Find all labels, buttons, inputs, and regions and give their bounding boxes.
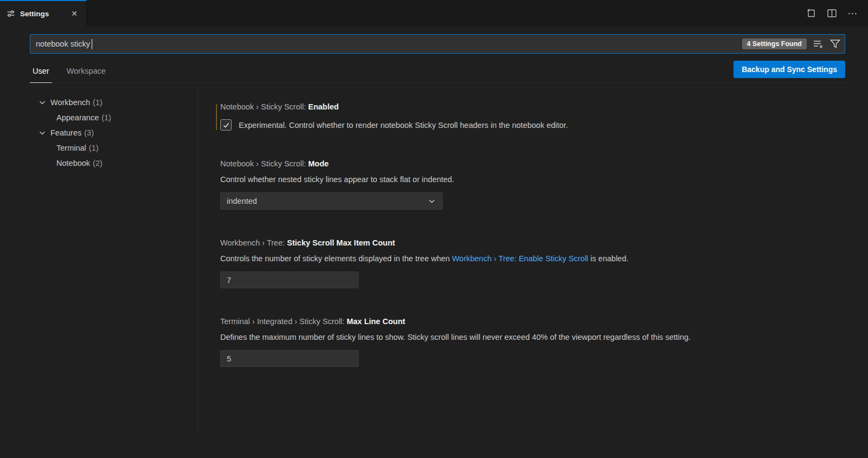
close-tab-icon[interactable]: ✕ (69, 8, 80, 19)
setting-title: Workbench › Tree: Sticky Scroll Max Item… (220, 238, 846, 247)
backup-and-sync-settings-button[interactable]: Backup and Sync Settings (733, 61, 845, 78)
setting-name: Max Line Count (347, 317, 405, 326)
settings-list: Notebook › Sticky Scroll: Enabled Experi… (198, 83, 868, 431)
setting-name: Mode (308, 159, 329, 168)
setting-category: Notebook › Sticky Scroll: (220, 159, 306, 168)
setting-title: Notebook › Sticky Scroll: Mode (220, 159, 846, 168)
toc-count: (3) (84, 128, 94, 137)
tab-title: Settings (20, 10, 49, 18)
toc-count: (1) (89, 144, 99, 152)
checkbox-row: Experimental. Control whether to render … (220, 119, 846, 131)
setting-workbench-tree-sticky-scroll-max-item-count: Workbench › Tree: Sticky Scroll Max Item… (220, 238, 846, 288)
toc-label: Notebook (56, 159, 90, 167)
toc-label: Appearance (56, 113, 99, 122)
toc-item-terminal[interactable]: Terminal (1) (0, 140, 197, 156)
setting-notebook-sticky-scroll-enabled: Notebook › Sticky Scroll: Enabled Experi… (220, 102, 846, 131)
description-text: Controls the number of sticky elements d… (220, 254, 452, 263)
toc-item-features[interactable]: Features (3) (0, 125, 197, 140)
max-line-count-input[interactable]: 5 (220, 350, 359, 367)
setting-name: Sticky Scroll Max Item Count (287, 238, 395, 247)
setting-description: Experimental. Control whether to render … (239, 121, 568, 130)
description-text: is enabled. (588, 254, 628, 263)
split-editor-icon[interactable] (827, 9, 837, 17)
toc-count: (2) (93, 159, 103, 167)
toc-label: Workbench (50, 98, 90, 107)
mode-select-dropdown[interactable]: indented (220, 192, 443, 210)
setting-notebook-sticky-scroll-mode: Notebook › Sticky Scroll: Mode Control w… (220, 159, 846, 210)
text-caret (92, 39, 93, 49)
toc-label: Features (50, 128, 81, 137)
settings-search-input[interactable]: notebook sticky 4 Settings Found (30, 34, 845, 54)
settings-body: Workbench (1) Appearance (1) Features (3… (0, 83, 868, 431)
toc-count: (1) (93, 98, 103, 107)
settings-search-area: notebook sticky 4 Settings Found (30, 34, 845, 54)
chevron-down-icon[interactable] (38, 98, 47, 107)
setting-description: Defines the maximum number of sticky lin… (220, 332, 846, 343)
setting-category: Terminal › Integrated › Sticky Scroll: (220, 317, 344, 326)
enabled-checkbox[interactable] (220, 119, 232, 131)
setting-category: Workbench › Tree: (220, 238, 285, 247)
editor-actions: ⋯ (806, 0, 868, 26)
scope-tabs-row: User Workspace Backup and Sync Settings (30, 57, 845, 83)
chevron-down-icon[interactable] (38, 128, 47, 137)
input-value: 5 (227, 354, 231, 363)
results-count-badge: 4 Settings Found (742, 38, 807, 49)
toc-label: Terminal (56, 144, 86, 152)
max-item-count-input[interactable]: 7 (220, 272, 359, 288)
selected-option: indented (227, 197, 257, 205)
setting-title: Notebook › Sticky Scroll: Enabled (220, 102, 846, 111)
setting-category: Notebook › Sticky Scroll: (220, 102, 306, 111)
open-settings-json-icon[interactable] (806, 8, 816, 18)
tab-workspace[interactable]: Workspace (64, 67, 108, 82)
setting-terminal-sticky-scroll-max-line-count: Terminal › Integrated › Sticky Scroll: M… (220, 317, 846, 367)
setting-description: Control whether nested sticky lines appe… (220, 174, 846, 185)
editor-tab-bar: Settings ✕ ⋯ (0, 0, 868, 26)
search-query-text: notebook sticky (36, 40, 90, 48)
settings-tab[interactable]: Settings ✕ (0, 0, 87, 26)
setting-description: Controls the number of sticky elements d… (220, 253, 846, 265)
tab-user[interactable]: User (30, 67, 52, 83)
settings-toc-tree: Workbench (1) Appearance (1) Features (3… (0, 83, 198, 431)
more-actions-icon[interactable]: ⋯ (847, 7, 858, 20)
setting-title: Terminal › Integrated › Sticky Scroll: M… (220, 317, 846, 326)
related-setting-link[interactable]: Workbench › Tree: Enable Sticky Scroll (452, 254, 588, 263)
toc-item-appearance[interactable]: Appearance (1) (0, 110, 197, 125)
chevron-down-icon (427, 197, 436, 205)
setting-name: Enabled (308, 102, 339, 111)
settings-sliders-icon (7, 9, 15, 18)
modified-indicator (216, 104, 217, 130)
input-value: 7 (227, 276, 231, 285)
clear-search-icon[interactable] (813, 40, 824, 49)
filter-icon[interactable] (830, 39, 840, 49)
search-controls: 4 Settings Found (742, 38, 840, 49)
toc-count: (1) (101, 113, 111, 122)
checkmark-icon (222, 121, 230, 129)
toc-item-notebook[interactable]: Notebook (2) (0, 156, 197, 171)
toc-item-workbench[interactable]: Workbench (1) (0, 95, 197, 110)
